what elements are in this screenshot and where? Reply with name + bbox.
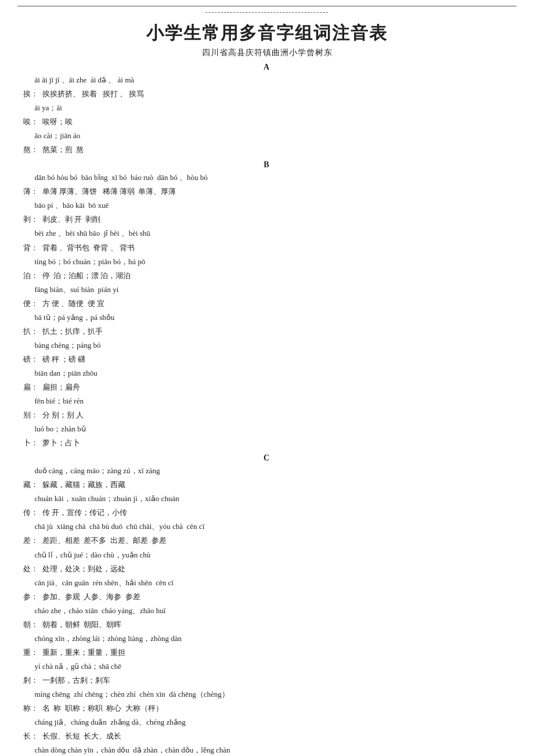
content-area: A āi āi jī jī 、āi zhe ái dǎ 、 ái mà 挨： 挨… [17, 63, 517, 756]
dashed-top: ---------------------------------------- [17, 8, 517, 17]
main-title: 小学生常用多音字组词注音表 [17, 21, 517, 45]
page-container: ----------------------------------------… [17, 0, 517, 756]
section-letter-C: C [17, 453, 517, 463]
section-content-A: āi āi jī jī 、āi zhe ái dǎ 、 ái mà 挨： 挨挨挤… [17, 73, 517, 157]
subtitle: 四川省高县庆符镇曲洲小学曾树东 [17, 48, 517, 58]
section-content-C: duǒ cáng，cáng māo；zàng zú，xī zàng 藏： 躲藏，… [17, 464, 517, 756]
section-content-B: dān bó hòu bó bāo bǐng xī bó báo ruò dān… [17, 171, 517, 450]
top-border [17, 6, 517, 6]
section-letter-B: B [17, 160, 517, 170]
section-letter-A: A [17, 63, 517, 72]
